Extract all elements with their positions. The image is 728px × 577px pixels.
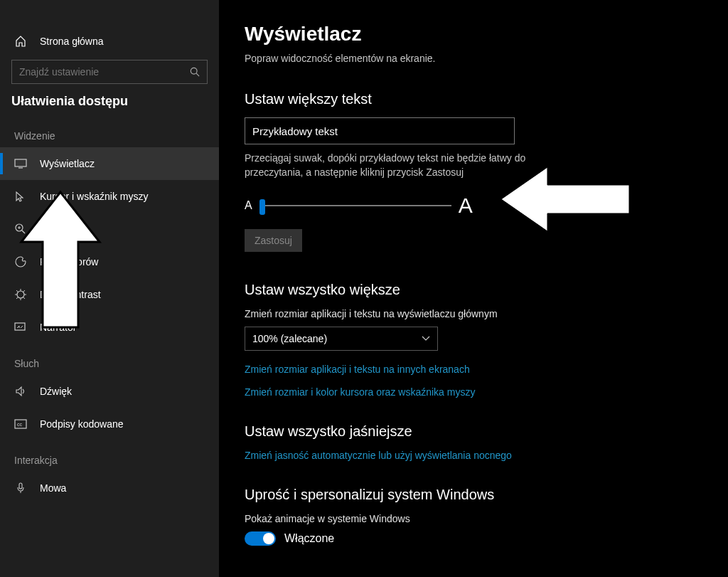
svg-line-7 xyxy=(22,231,25,233)
home-link[interactable]: Strona główna xyxy=(0,27,219,55)
link-cursor-size[interactable]: Zmień rozmiar i kolor kursora oraz wskaź… xyxy=(245,386,728,398)
svg-rect-20 xyxy=(19,483,22,489)
palette-icon xyxy=(14,255,27,268)
sidebar: Strona główna Ułatwienia dostępu Widzeni… xyxy=(0,0,219,577)
search-input[interactable] xyxy=(19,66,190,78)
magnifier-icon xyxy=(14,223,27,235)
apply-button[interactable]: Zastosuj xyxy=(245,229,302,252)
link-brightness[interactable]: Zmień jasność automatycznie lub użyj wyś… xyxy=(245,450,728,461)
group-hearing: Słuch xyxy=(0,358,219,369)
svg-rect-2 xyxy=(15,159,26,166)
sample-text-box: Przykładowy tekst xyxy=(245,117,515,144)
scale-label: Zmień rozmiar aplikacji i tekstu na wyśw… xyxy=(245,308,728,319)
sidebar-item-label: Dźwięk xyxy=(40,386,72,397)
sidebar-item-color-filters[interactable]: Filtry kolorów xyxy=(0,245,219,278)
bigger-text-heading: Ustaw większy tekst xyxy=(245,91,728,107)
svg-text:cc: cc xyxy=(17,422,23,427)
contrast-icon xyxy=(14,288,27,301)
svg-line-1 xyxy=(196,73,199,76)
group-vision: Widzenie xyxy=(0,130,219,142)
svg-line-16 xyxy=(16,297,18,299)
home-label: Strona główna xyxy=(40,36,104,47)
letter-small: A xyxy=(245,199,252,212)
sidebar-item-narrator[interactable]: Narrator xyxy=(0,311,219,344)
bigger-text-desc: Przeciągaj suwak, dopóki przykładowy tek… xyxy=(245,152,543,179)
sidebar-item-sound[interactable]: Dźwięk xyxy=(0,375,219,408)
animations-toggle[interactable] xyxy=(245,531,276,546)
display-icon xyxy=(14,157,27,170)
main-content: Wyświetlacz Popraw widoczność elementów … xyxy=(219,0,728,577)
animations-label: Pokaż animacje w systemie Windows xyxy=(245,513,728,524)
page-subtitle: Popraw widoczność elementów na ekranie. xyxy=(245,53,728,64)
sidebar-item-label: Narrator xyxy=(40,322,76,333)
sidebar-item-label: Lupa xyxy=(40,223,62,235)
page-title: Wyświetlacz xyxy=(245,23,728,46)
dropdown-value: 100% (zalecane) xyxy=(252,333,327,344)
search-input-wrapper[interactable] xyxy=(11,60,208,84)
slider-thumb[interactable] xyxy=(259,199,265,215)
sample-text: Przykładowy tekst xyxy=(252,125,338,137)
letter-big: A xyxy=(459,194,473,218)
svg-line-15 xyxy=(23,290,25,292)
sidebar-item-high-contrast[interactable]: Duży kontrast xyxy=(0,278,219,311)
sidebar-item-label: Kursor i wskaźnik myszy xyxy=(40,191,148,202)
chevron-down-icon xyxy=(422,336,430,342)
sidebar-item-label: Filtry kolorów xyxy=(40,256,98,268)
cursor-icon xyxy=(14,190,27,203)
group-interaction: Interakcja xyxy=(0,455,219,466)
search-icon xyxy=(190,67,200,77)
sidebar-item-display[interactable]: Wyświetlacz xyxy=(0,147,219,180)
svg-line-14 xyxy=(23,297,25,299)
simplify-heading: Uprość i spersonalizuj system Windows xyxy=(245,487,728,503)
cc-icon: cc xyxy=(14,418,27,430)
sidebar-item-speech[interactable]: Mowa xyxy=(0,472,219,504)
narrator-icon xyxy=(14,321,27,334)
sidebar-item-closed-captions[interactable]: cc Podpisy kodowane xyxy=(0,408,219,440)
text-size-slider-row: A A xyxy=(245,194,728,218)
home-icon xyxy=(14,35,27,48)
everything-bigger-heading: Ustaw wszystko większe xyxy=(245,282,728,298)
sidebar-item-label: Wyświetlacz xyxy=(40,158,95,169)
svg-point-0 xyxy=(191,68,197,74)
link-other-screens[interactable]: Zmień rozmiar aplikacji i tekstu na inny… xyxy=(245,364,728,375)
sidebar-item-magnifier[interactable]: Lupa xyxy=(0,213,219,245)
sidebar-item-label: Podpisy kodowane xyxy=(40,418,124,430)
toggle-label: Włączone xyxy=(284,532,334,545)
section-title: Ułatwienia dostępu xyxy=(0,94,219,109)
svg-point-8 xyxy=(17,291,24,298)
svg-rect-17 xyxy=(15,323,25,330)
mic-icon xyxy=(14,482,27,494)
sidebar-item-label: Duży kontrast xyxy=(40,289,101,300)
text-size-slider[interactable] xyxy=(259,205,451,206)
sidebar-item-cursor[interactable]: Kursor i wskaźnik myszy xyxy=(0,180,219,213)
scale-dropdown[interactable]: 100% (zalecane) xyxy=(245,327,438,351)
speaker-icon xyxy=(14,385,27,398)
sidebar-item-label: Mowa xyxy=(40,482,66,494)
svg-line-13 xyxy=(16,290,18,292)
brighter-heading: Ustaw wszystko jaśniejsze xyxy=(245,423,728,440)
